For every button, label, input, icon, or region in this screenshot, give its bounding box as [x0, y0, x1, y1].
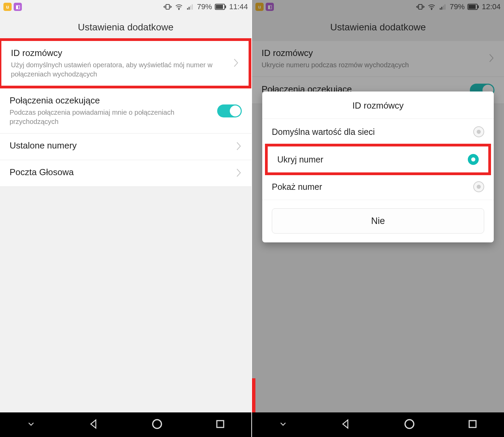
page-title: Ustawienia dodatkowe [0, 14, 251, 41]
svg-rect-7 [216, 5, 223, 9]
caller-id-dialog: ID rozmówcy Domyślna wartość dla sieci U… [262, 91, 494, 242]
option-hide-number[interactable]: Ukryj numer [265, 144, 491, 175]
option-show-number[interactable]: Pokaż numer [262, 174, 494, 200]
voicemail-title: Poczta Głosowa [10, 167, 230, 178]
signal-icon [186, 3, 194, 11]
phone-screen-left: u ◧ 79% 11:44 Ustawienia doda [0, 0, 252, 437]
row-call-waiting[interactable]: Połączenia oczekujące Podczas połączenia… [0, 88, 251, 133]
nav-back-icon[interactable] [340, 419, 351, 431]
svg-rect-21 [469, 421, 476, 427]
status-bar: u ◧ 79% 11:44 [0, 0, 251, 14]
dialog-cancel-button[interactable]: Nie [272, 208, 484, 234]
svg-rect-10 [217, 421, 224, 427]
call-waiting-toggle[interactable] [217, 104, 242, 117]
option-label: Pokaż numer [272, 182, 473, 192]
svg-point-20 [405, 420, 414, 428]
option-label: Ukryj numer [277, 155, 468, 165]
svg-rect-0 [166, 4, 169, 9]
radio-unchecked-icon [473, 181, 484, 192]
nav-recent-icon[interactable] [215, 419, 225, 431]
phone-screen-right: u ◧ 79% 12:04 Ustawienia doda [252, 0, 504, 437]
row-caller-id[interactable]: ID rozmówcy Użyj domyślnych ustawień ope… [0, 38, 251, 88]
android-navbar [252, 412, 504, 437]
radio-checked-icon [468, 154, 479, 165]
nav-back-icon[interactable] [88, 419, 99, 431]
caller-id-sub: Użyj domyślnych ustawień operatora, aby … [11, 60, 227, 79]
battery-icon [215, 4, 226, 10]
dialog-title: ID rozmówcy [262, 91, 494, 119]
svg-point-1 [179, 9, 179, 10]
call-waiting-title: Połączenia oczekujące [10, 95, 212, 106]
svg-rect-5 [192, 4, 193, 10]
vibrate-icon [164, 3, 172, 11]
row-voicemail[interactable]: Poczta Głosowa [0, 160, 251, 187]
option-label: Domyślna wartość dla sieci [272, 127, 473, 137]
highlight-marker [252, 378, 255, 412]
chevron-right-icon [233, 58, 239, 69]
row-fixed-numbers[interactable]: Ustalone numery [0, 133, 251, 160]
chevron-right-icon [236, 141, 242, 153]
svg-rect-4 [190, 5, 191, 10]
nav-home-icon[interactable] [404, 418, 415, 431]
notification-app-icon-1: u [3, 3, 12, 11]
chevron-right-icon [236, 168, 242, 179]
notification-app-icon-2: ◧ [14, 3, 22, 11]
wifi-icon [174, 3, 183, 11]
clock: 11:44 [229, 2, 248, 11]
android-navbar [0, 412, 251, 437]
caller-id-title: ID rozmówcy [11, 48, 227, 58]
dialog-cancel-label: Nie [371, 216, 385, 226]
svg-point-9 [153, 420, 162, 428]
radio-unchecked-icon [473, 126, 484, 137]
nav-dropdown-icon[interactable] [278, 419, 288, 430]
nav-dropdown-icon[interactable] [26, 419, 36, 430]
fixed-numbers-title: Ustalone numery [10, 140, 230, 151]
svg-rect-2 [187, 8, 188, 10]
nav-home-icon[interactable] [151, 418, 163, 431]
svg-rect-3 [188, 7, 190, 10]
svg-rect-8 [225, 5, 226, 8]
nav-recent-icon[interactable] [467, 419, 478, 431]
option-default-network[interactable]: Domyślna wartość dla sieci [262, 119, 494, 145]
battery-percent: 79% [197, 2, 212, 11]
call-waiting-sub: Podczas połączenia powiadamiaj mnie o po… [10, 108, 212, 126]
